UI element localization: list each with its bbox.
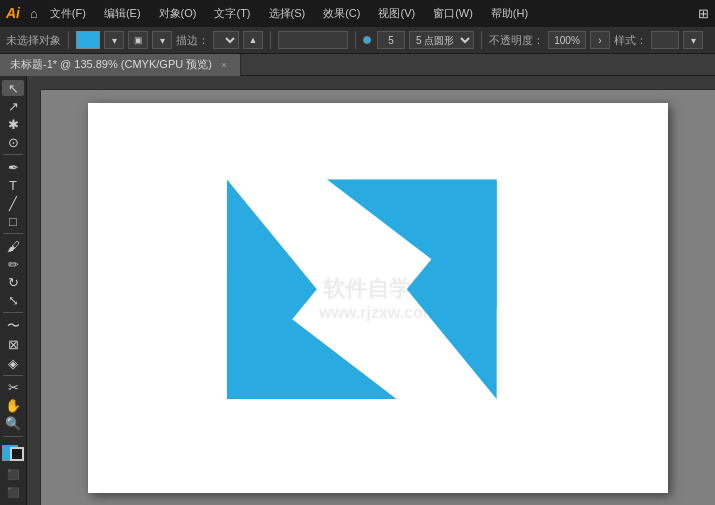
tool-sep5 <box>3 436 23 437</box>
paintbrush-tool-btn[interactable]: 🖌 <box>2 238 24 254</box>
stroke-up-btn[interactable]: ▲ <box>243 31 263 49</box>
free-transform-btn[interactable]: ⊠ <box>2 337 24 353</box>
style-label: 样式： <box>614 33 647 48</box>
main-area: ↖ ↗ ✱ ⊙ ✒ T ╱ □ 🖌 ✏ ↻ ⤡ 〜 ⊠ ◈ ✂ ✋ <box>0 76 715 505</box>
selection-tool-btn[interactable]: ↖ <box>2 80 24 96</box>
shape-select[interactable]: 5 点圆形 <box>409 31 474 49</box>
sep3 <box>355 31 356 49</box>
fill-stroke-swatches[interactable] <box>2 445 24 461</box>
canvas-main-row: 软件自学网 www.rjzxw.com <box>27 90 715 505</box>
menu-object[interactable]: 对象(O) <box>153 4 203 23</box>
canvas-area[interactable]: 软件自学网 www.rjzxw.com <box>41 90 715 505</box>
points-input[interactable] <box>377 31 405 49</box>
style-swatch[interactable] <box>651 31 679 49</box>
perspective-btn[interactable]: ◈ <box>2 355 24 371</box>
app-logo: Ai <box>6 5 20 21</box>
pen-tool-btn[interactable]: ✒ <box>2 159 24 175</box>
magic-wand-tool-btn[interactable]: ✱ <box>2 116 24 132</box>
lasso-tool-btn[interactable]: ⊙ <box>2 134 24 150</box>
stroke-swatch[interactable] <box>10 447 24 461</box>
options-toolbar: 未选择对象 ▾ ▣ ▾ 描边： ▲ 5 点圆形 不透明度： › 样式： ▾ <box>0 26 715 54</box>
stroke-icon-btn[interactable]: ▣ <box>128 31 148 49</box>
opacity-input[interactable] <box>548 31 586 49</box>
no-selection-label: 未选择对象 <box>6 33 61 48</box>
screen-mode-btn[interactable]: ⬛ <box>2 467 24 483</box>
document-tab[interactable]: 未标题-1* @ 135.89% (CMYK/GPU 预览) × <box>0 54 241 76</box>
n-shape <box>227 179 497 399</box>
layout-icon[interactable]: ⊞ <box>698 6 709 21</box>
h-ruler-row <box>27 76 715 90</box>
horizontal-ruler <box>41 76 715 90</box>
tab-bar: 未标题-1* @ 135.89% (CMYK/GPU 预览) × <box>0 54 715 76</box>
title-bar: Ai ⌂ 文件(F) 编辑(E) 对象(O) 文字(T) 选择(S) 效果(C)… <box>0 0 715 26</box>
pencil-tool-btn[interactable]: ✏ <box>2 256 24 272</box>
fill-color-swatch[interactable] <box>76 31 100 49</box>
scale-tool-btn[interactable]: ⤡ <box>2 292 24 308</box>
tab-close-btn[interactable]: × <box>218 59 230 71</box>
radio-dot <box>363 36 371 44</box>
stroke-dropdown-btn[interactable]: ▾ <box>152 31 172 49</box>
tool-sep1 <box>3 154 23 155</box>
ruler-corner <box>27 76 41 90</box>
menu-effect[interactable]: 效果(C) <box>317 4 366 23</box>
n-shape-svg <box>227 179 497 399</box>
tool-sep3 <box>3 312 23 313</box>
menu-select[interactable]: 选择(S) <box>263 4 312 23</box>
menu-view[interactable]: 视图(V) <box>372 4 421 23</box>
menu-edit[interactable]: 编辑(E) <box>98 4 147 23</box>
opacity-more-btn[interactable]: › <box>590 31 610 49</box>
variable-width-input[interactable] <box>278 31 348 49</box>
line-tool-btn[interactable]: ╱ <box>2 195 24 211</box>
sep4 <box>481 31 482 49</box>
stroke-label: 描边： <box>176 33 209 48</box>
opacity-label: 不透明度： <box>489 33 544 48</box>
canvas-page: 软件自学网 www.rjzxw.com <box>88 103 668 493</box>
home-icon[interactable]: ⌂ <box>30 6 38 21</box>
menu-text[interactable]: 文字(T) <box>208 4 256 23</box>
fill-dropdown-btn[interactable]: ▾ <box>104 31 124 49</box>
menu-file[interactable]: 文件(F) <box>44 4 92 23</box>
direct-selection-tool-btn[interactable]: ↗ <box>2 98 24 114</box>
text-tool-btn[interactable]: T <box>2 177 24 193</box>
rotate-tool-btn[interactable]: ↻ <box>2 274 24 290</box>
rect-tool-btn[interactable]: □ <box>2 213 24 229</box>
vertical-ruler <box>27 90 41 505</box>
warp-tool-btn[interactable]: 〜 <box>2 317 24 335</box>
style-dropdown-btn[interactable]: ▾ <box>683 31 703 49</box>
sep2 <box>270 31 271 49</box>
canvas-wrapper: 软件自学网 www.rjzxw.com <box>27 76 715 505</box>
tool-sep4 <box>3 375 23 376</box>
hand-tool-btn[interactable]: ✋ <box>2 398 24 414</box>
toolbox: ↖ ↗ ✱ ⊙ ✒ T ╱ □ 🖌 ✏ ↻ ⤡ 〜 ⊠ ◈ ✂ ✋ <box>0 76 27 505</box>
tool-sep2 <box>3 233 23 234</box>
change-mode-btn[interactable]: ⬛ <box>2 485 24 501</box>
stroke-weight-select[interactable] <box>213 31 239 49</box>
menu-help[interactable]: 帮助(H) <box>485 4 534 23</box>
sep1 <box>68 31 69 49</box>
zoom-tool-btn[interactable]: 🔍 <box>2 416 24 432</box>
tab-title: 未标题-1* @ 135.89% (CMYK/GPU 预览) <box>10 57 212 72</box>
menu-window[interactable]: 窗口(W) <box>427 4 479 23</box>
scissors-tool-btn[interactable]: ✂ <box>2 380 24 396</box>
